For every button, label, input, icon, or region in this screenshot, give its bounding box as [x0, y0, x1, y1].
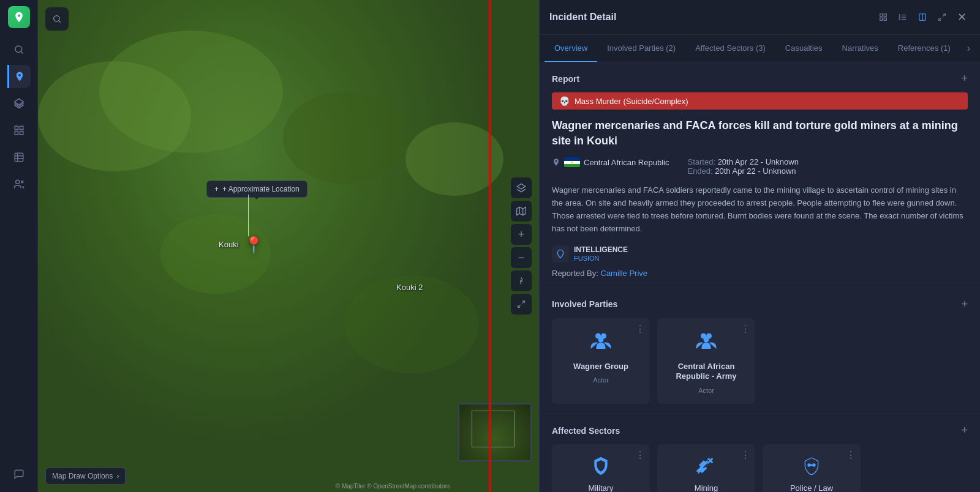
panel-expand-button[interactable]	[933, 9, 951, 26]
kouki2-label: Kouki 2	[396, 283, 423, 292]
ended-label: Ended:	[687, 166, 712, 176]
sector-card-mining[interactable]: ⋮ Mining	[657, 444, 755, 492]
sidebar-item-search[interactable]	[7, 38, 31, 61]
panel-header-actions: ✕	[875, 9, 970, 26]
party-type-car-army: Actor	[698, 387, 714, 394]
compass-button[interactable]	[511, 270, 532, 291]
party-icon-wagner	[590, 330, 612, 357]
panel-list-view-button[interactable]	[894, 9, 911, 26]
map-search-button[interactable]	[45, 7, 69, 31]
tab-narratives[interactable]: Narratives	[832, 35, 888, 62]
sidebar-item-people[interactable]	[7, 173, 31, 196]
chevron-right-icon: ›	[116, 472, 119, 480]
sidebar-item-chat[interactable]	[7, 463, 31, 486]
sidebar-item-table[interactable]	[7, 146, 31, 169]
report-section: Report + 💀 Mass Murder (Suicide/Complex)…	[540, 62, 980, 288]
started-label: Started:	[687, 157, 715, 166]
sidebar-item-location[interactable]	[7, 65, 31, 88]
tab-references[interactable]: References (1)	[888, 35, 960, 62]
map-draw-options[interactable]: Map Draw Options ›	[45, 468, 126, 485]
sector-menu-mining[interactable]: ⋮	[741, 449, 750, 461]
panel-grid-view-button[interactable]	[875, 9, 892, 26]
intel-text: INTELLIGENCE FUSION	[574, 245, 628, 261]
tabs-next-button[interactable]: ›	[962, 35, 975, 62]
svg-line-32	[939, 18, 941, 20]
sector-name-police: Police / Law	[790, 483, 833, 492]
app-logo[interactable]	[8, 6, 30, 28]
zoom-out-button[interactable]: −	[511, 247, 532, 268]
party-menu-car-army[interactable]: ⋮	[741, 323, 750, 335]
incident-type-label: Mass Murder (Suicide/Complex)	[575, 97, 688, 106]
affected-sectors-title: Affected Sectors	[552, 426, 620, 436]
sector-name-mining: Mining	[695, 483, 718, 492]
sector-menu-police[interactable]: ⋮	[846, 449, 856, 461]
svg-rect-22	[884, 18, 886, 20]
map-draw-options-label: Map Draw Options	[52, 472, 113, 480]
tab-overview[interactable]: Overview	[545, 35, 597, 62]
sector-menu-military[interactable]: ⋮	[635, 449, 645, 461]
affected-sectors-header: Affected Sectors +	[552, 424, 968, 437]
started-value: 20th Apr 22 - Unknown	[718, 157, 799, 166]
svg-point-12	[54, 16, 59, 21]
svg-marker-13	[517, 184, 525, 189]
party-name-car-army: Central African Republic - Army	[665, 362, 748, 382]
affected-sectors-add-button[interactable]: +	[961, 424, 968, 437]
panel-content: Report + 💀 Mass Murder (Suicide/Complex)…	[540, 62, 980, 492]
tab-affected-sectors[interactable]: Affected Sectors (3)	[685, 35, 775, 62]
svg-rect-21	[880, 18, 883, 20]
fullscreen-button[interactable]	[511, 294, 532, 315]
party-menu-wagner[interactable]: ⋮	[635, 323, 645, 335]
zoom-in-button[interactable]: +	[511, 224, 532, 245]
meta-location: Central African Republic	[552, 157, 669, 167]
svg-rect-20	[884, 14, 886, 17]
sidebar-item-layers[interactable]	[7, 92, 31, 115]
tab-casualties[interactable]: Casualties	[775, 35, 832, 62]
party-name-wagner: Wagner Group	[573, 362, 628, 372]
report-section-title: Report	[552, 74, 579, 84]
involved-parties-add-button[interactable]: +	[961, 298, 968, 311]
map-layers-button[interactable]	[511, 177, 532, 198]
panel-header: Incident Detail	[540, 0, 980, 35]
party-card-car-army[interactable]: ⋮ Central African Republic - Army Actor	[657, 318, 755, 404]
intel-logo	[552, 245, 569, 263]
svg-point-11	[21, 181, 23, 183]
panel-title: Incident Detail	[549, 12, 616, 23]
svg-point-26	[899, 15, 900, 15]
party-card-wagner[interactable]: ⋮ Wagner Group Actor	[552, 318, 650, 404]
report-section-header: Report +	[552, 72, 968, 85]
svg-line-31	[943, 14, 945, 17]
kouki-label: Kouki	[219, 240, 239, 249]
map-pin[interactable]: 📍	[244, 236, 263, 255]
sector-name-military: Military	[588, 483, 613, 492]
svg-point-28	[899, 19, 900, 20]
involved-parties-header: Involved Parties +	[552, 298, 968, 311]
map-right-controls: + −	[511, 177, 532, 315]
svg-point-27	[899, 17, 900, 17]
sector-icon-mining	[696, 455, 716, 479]
svg-marker-14	[517, 207, 526, 215]
report-add-button[interactable]: +	[961, 72, 968, 85]
sidebar-item-grid[interactable]	[7, 119, 31, 142]
svg-rect-3	[20, 126, 23, 129]
location-icon	[552, 158, 560, 166]
tab-involved-parties[interactable]: Involved Parties (2)	[597, 35, 685, 62]
map-map-button[interactable]	[511, 201, 532, 222]
panel-close-button[interactable]: ✕	[953, 9, 970, 26]
detail-panel: Incident Detail	[539, 0, 980, 492]
location-line	[248, 195, 249, 236]
reported-by-name: Camille Prive	[601, 269, 648, 278]
sector-card-police[interactable]: ⋮ Police / Law	[763, 444, 861, 492]
location-tooltip: + + Approximate Location	[206, 181, 307, 198]
sector-icon-police	[802, 455, 821, 479]
incident-type-icon: 💀	[559, 96, 570, 106]
reported-by: Reported By: Camille Prive	[552, 269, 968, 278]
sector-icon-military	[591, 455, 611, 479]
map-area[interactable]: + + Approximate Location 📍 Kouki Kouki 2	[38, 0, 539, 492]
sector-card-military[interactable]: ⋮ Military	[552, 444, 650, 492]
panel-split-view-button[interactable]	[914, 9, 931, 26]
country-name: Central African Republic	[584, 158, 669, 167]
svg-rect-5	[20, 132, 23, 135]
incident-title: Wagner mercenaries and FACA forces kill …	[552, 118, 968, 149]
involved-parties-section: Involved Parties + ⋮ Wagner Group	[540, 288, 980, 415]
svg-point-35	[598, 337, 604, 342]
